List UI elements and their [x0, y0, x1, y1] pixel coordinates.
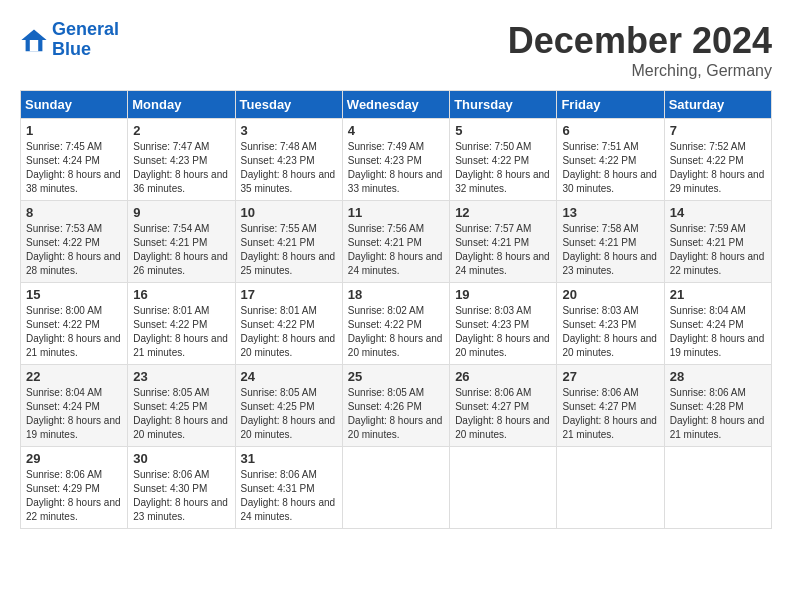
calendar-day-cell: 18 Sunrise: 8:02 AM Sunset: 4:22 PM Dayl… — [342, 283, 449, 365]
day-number: 27 — [562, 369, 658, 384]
calendar-week-row: 15 Sunrise: 8:00 AM Sunset: 4:22 PM Dayl… — [21, 283, 772, 365]
sunrise-text: Sunrise: 7:48 AM — [241, 140, 337, 154]
daylight-text: Daylight: 8 hours and 19 minutes. — [670, 332, 766, 360]
sunset-text: Sunset: 4:22 PM — [26, 236, 122, 250]
day-info: Sunrise: 7:54 AM Sunset: 4:21 PM Dayligh… — [133, 222, 229, 278]
calendar-day-cell: 27 Sunrise: 8:06 AM Sunset: 4:27 PM Dayl… — [557, 365, 664, 447]
sunrise-text: Sunrise: 7:53 AM — [26, 222, 122, 236]
day-number: 18 — [348, 287, 444, 302]
logo: General Blue — [20, 20, 119, 60]
calendar-day-cell: 19 Sunrise: 8:03 AM Sunset: 4:23 PM Dayl… — [450, 283, 557, 365]
daylight-text: Daylight: 8 hours and 20 minutes. — [241, 332, 337, 360]
calendar-day-cell: 22 Sunrise: 8:04 AM Sunset: 4:24 PM Dayl… — [21, 365, 128, 447]
calendar-day-cell: 8 Sunrise: 7:53 AM Sunset: 4:22 PM Dayli… — [21, 201, 128, 283]
day-number: 29 — [26, 451, 122, 466]
sunrise-text: Sunrise: 8:04 AM — [670, 304, 766, 318]
day-number: 1 — [26, 123, 122, 138]
calendar-day-cell: 25 Sunrise: 8:05 AM Sunset: 4:26 PM Dayl… — [342, 365, 449, 447]
sunset-text: Sunset: 4:22 PM — [133, 318, 229, 332]
sunrise-text: Sunrise: 7:58 AM — [562, 222, 658, 236]
sunrise-text: Sunrise: 7:52 AM — [670, 140, 766, 154]
day-number: 8 — [26, 205, 122, 220]
sunrise-text: Sunrise: 7:51 AM — [562, 140, 658, 154]
sunset-text: Sunset: 4:22 PM — [455, 154, 551, 168]
calendar-header: SundayMondayTuesdayWednesdayThursdayFrid… — [21, 91, 772, 119]
sunset-text: Sunset: 4:21 PM — [670, 236, 766, 250]
day-info: Sunrise: 7:56 AM Sunset: 4:21 PM Dayligh… — [348, 222, 444, 278]
sunset-text: Sunset: 4:23 PM — [133, 154, 229, 168]
sunrise-text: Sunrise: 8:05 AM — [241, 386, 337, 400]
day-info: Sunrise: 8:05 AM Sunset: 4:25 PM Dayligh… — [241, 386, 337, 442]
sunrise-text: Sunrise: 8:05 AM — [348, 386, 444, 400]
day-info: Sunrise: 7:55 AM Sunset: 4:21 PM Dayligh… — [241, 222, 337, 278]
sunset-text: Sunset: 4:31 PM — [241, 482, 337, 496]
day-number: 20 — [562, 287, 658, 302]
day-number: 24 — [241, 369, 337, 384]
calendar-day-cell: 1 Sunrise: 7:45 AM Sunset: 4:24 PM Dayli… — [21, 119, 128, 201]
day-number: 25 — [348, 369, 444, 384]
location: Merching, Germany — [508, 62, 772, 80]
sunset-text: Sunset: 4:21 PM — [562, 236, 658, 250]
daylight-text: Daylight: 8 hours and 19 minutes. — [26, 414, 122, 442]
day-info: Sunrise: 8:05 AM Sunset: 4:26 PM Dayligh… — [348, 386, 444, 442]
daylight-text: Daylight: 8 hours and 30 minutes. — [562, 168, 658, 196]
calendar-day-cell — [450, 447, 557, 529]
day-number: 30 — [133, 451, 229, 466]
sunrise-text: Sunrise: 7:54 AM — [133, 222, 229, 236]
daylight-text: Daylight: 8 hours and 32 minutes. — [455, 168, 551, 196]
sunrise-text: Sunrise: 7:56 AM — [348, 222, 444, 236]
day-number: 16 — [133, 287, 229, 302]
day-number: 2 — [133, 123, 229, 138]
daylight-text: Daylight: 8 hours and 35 minutes. — [241, 168, 337, 196]
daylight-text: Daylight: 8 hours and 20 minutes. — [348, 332, 444, 360]
sunrise-text: Sunrise: 8:06 AM — [26, 468, 122, 482]
calendar-day-cell: 5 Sunrise: 7:50 AM Sunset: 4:22 PM Dayli… — [450, 119, 557, 201]
day-info: Sunrise: 7:47 AM Sunset: 4:23 PM Dayligh… — [133, 140, 229, 196]
calendar-week-row: 29 Sunrise: 8:06 AM Sunset: 4:29 PM Dayl… — [21, 447, 772, 529]
day-info: Sunrise: 8:05 AM Sunset: 4:25 PM Dayligh… — [133, 386, 229, 442]
calendar-day-cell: 23 Sunrise: 8:05 AM Sunset: 4:25 PM Dayl… — [128, 365, 235, 447]
sunrise-text: Sunrise: 7:45 AM — [26, 140, 122, 154]
daylight-text: Daylight: 8 hours and 24 minutes. — [241, 496, 337, 524]
daylight-text: Daylight: 8 hours and 21 minutes. — [562, 414, 658, 442]
sunset-text: Sunset: 4:25 PM — [133, 400, 229, 414]
weekday-header: Sunday — [21, 91, 128, 119]
sunset-text: Sunset: 4:23 PM — [348, 154, 444, 168]
sunset-text: Sunset: 4:22 PM — [670, 154, 766, 168]
sunrise-text: Sunrise: 8:00 AM — [26, 304, 122, 318]
sunrise-text: Sunrise: 7:47 AM — [133, 140, 229, 154]
calendar-day-cell: 16 Sunrise: 8:01 AM Sunset: 4:22 PM Dayl… — [128, 283, 235, 365]
sunset-text: Sunset: 4:24 PM — [26, 400, 122, 414]
day-info: Sunrise: 8:04 AM Sunset: 4:24 PM Dayligh… — [670, 304, 766, 360]
daylight-text: Daylight: 8 hours and 22 minutes. — [26, 496, 122, 524]
sunset-text: Sunset: 4:28 PM — [670, 400, 766, 414]
day-number: 22 — [26, 369, 122, 384]
daylight-text: Daylight: 8 hours and 28 minutes. — [26, 250, 122, 278]
sunset-text: Sunset: 4:23 PM — [241, 154, 337, 168]
calendar-day-cell: 31 Sunrise: 8:06 AM Sunset: 4:31 PM Dayl… — [235, 447, 342, 529]
day-info: Sunrise: 8:01 AM Sunset: 4:22 PM Dayligh… — [241, 304, 337, 360]
day-number: 15 — [26, 287, 122, 302]
calendar-day-cell: 13 Sunrise: 7:58 AM Sunset: 4:21 PM Dayl… — [557, 201, 664, 283]
day-info: Sunrise: 8:06 AM Sunset: 4:30 PM Dayligh… — [133, 468, 229, 524]
title-block: December 2024 Merching, Germany — [508, 20, 772, 80]
daylight-text: Daylight: 8 hours and 26 minutes. — [133, 250, 229, 278]
calendar-day-cell: 15 Sunrise: 8:00 AM Sunset: 4:22 PM Dayl… — [21, 283, 128, 365]
calendar-day-cell: 3 Sunrise: 7:48 AM Sunset: 4:23 PM Dayli… — [235, 119, 342, 201]
day-number: 3 — [241, 123, 337, 138]
sunrise-text: Sunrise: 8:01 AM — [241, 304, 337, 318]
day-number: 14 — [670, 205, 766, 220]
day-number: 19 — [455, 287, 551, 302]
day-info: Sunrise: 7:59 AM Sunset: 4:21 PM Dayligh… — [670, 222, 766, 278]
calendar-day-cell: 4 Sunrise: 7:49 AM Sunset: 4:23 PM Dayli… — [342, 119, 449, 201]
day-info: Sunrise: 7:57 AM Sunset: 4:21 PM Dayligh… — [455, 222, 551, 278]
calendar-week-row: 22 Sunrise: 8:04 AM Sunset: 4:24 PM Dayl… — [21, 365, 772, 447]
calendar-day-cell: 2 Sunrise: 7:47 AM Sunset: 4:23 PM Dayli… — [128, 119, 235, 201]
sunrise-text: Sunrise: 8:06 AM — [670, 386, 766, 400]
day-number: 17 — [241, 287, 337, 302]
daylight-text: Daylight: 8 hours and 24 minutes. — [348, 250, 444, 278]
sunset-text: Sunset: 4:30 PM — [133, 482, 229, 496]
calendar-day-cell — [557, 447, 664, 529]
calendar-day-cell: 26 Sunrise: 8:06 AM Sunset: 4:27 PM Dayl… — [450, 365, 557, 447]
calendar-day-cell: 21 Sunrise: 8:04 AM Sunset: 4:24 PM Dayl… — [664, 283, 771, 365]
